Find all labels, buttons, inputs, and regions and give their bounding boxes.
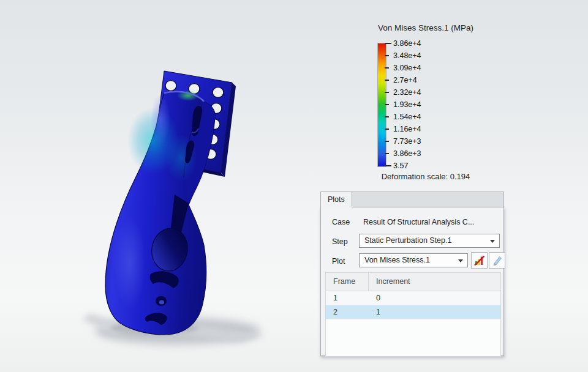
table-cell: 2 bbox=[326, 305, 369, 319]
application-window: { "viewport": { "background_top": "#e2e5… bbox=[0, 0, 588, 372]
chevron-down-icon bbox=[490, 240, 495, 243]
legend-tick-mark bbox=[385, 153, 389, 154]
tab-plots[interactable]: Plots bbox=[320, 192, 352, 207]
step-select-value: Static Perturbation Step.1 bbox=[364, 236, 451, 245]
legend-tick-label: 2.32e+4 bbox=[393, 87, 421, 97]
column-header-frame: Frame bbox=[326, 273, 369, 291]
table-cell: 1 bbox=[326, 291, 369, 305]
legend-tick-mark bbox=[385, 116, 389, 117]
legend-tick-label: 3.86e+3 bbox=[393, 149, 421, 158]
legend-tick-mark bbox=[385, 165, 391, 166]
legend-tick-label: 7.73e+3 bbox=[393, 136, 421, 146]
table-row[interactable]: 10 bbox=[326, 291, 500, 305]
case-value: Result Of Structural Analysis C... bbox=[363, 218, 474, 226]
legend-tick-mark bbox=[385, 141, 389, 142]
frame-table: Frame Increment 1021 bbox=[325, 272, 501, 357]
table-cell: 1 bbox=[369, 305, 380, 319]
legend-title: Von Mises Stress.1 (MPa) bbox=[364, 23, 487, 32]
legend-tick-mark bbox=[385, 128, 389, 130]
stress-legend: Von Mises Stress.1 (MPa) 3.86e+43.48e+43… bbox=[364, 23, 487, 184]
frame-table-header: Frame Increment bbox=[326, 273, 500, 291]
table-empty-area bbox=[326, 319, 500, 356]
lever-arm bbox=[105, 90, 215, 335]
pencil-icon bbox=[491, 255, 503, 267]
stress-model[interactable] bbox=[82, 71, 265, 344]
column-header-increment: Increment bbox=[369, 273, 410, 291]
legend-tick-label: 3.48e+4 bbox=[393, 51, 421, 61]
table-cell: 0 bbox=[369, 291, 380, 305]
legend-tick-label: 1.16e+4 bbox=[393, 124, 421, 134]
step-label: Step bbox=[332, 237, 348, 246]
legend-tick-mark bbox=[385, 43, 391, 44]
legend-tick-mark bbox=[385, 80, 389, 81]
chart-red-cross-icon bbox=[473, 255, 486, 267]
legend-tick-label: 2.7e+4 bbox=[393, 75, 417, 85]
legend-tick-mark bbox=[385, 104, 389, 105]
chevron-down-icon bbox=[458, 259, 463, 262]
frame-table-rows: 1021 bbox=[326, 291, 500, 319]
step-select[interactable]: Static Perturbation Step.1 bbox=[359, 234, 500, 248]
legend-tick-label: 3.57 bbox=[393, 161, 408, 171]
plots-panel-body: Case Result Of Structural Analysis C... … bbox=[320, 207, 504, 356]
legend-tick-label: 3.09e+4 bbox=[393, 63, 421, 73]
table-row[interactable]: 21 bbox=[326, 305, 500, 319]
case-label: Case bbox=[332, 218, 350, 226]
legend-tick-mark bbox=[385, 55, 389, 56]
plot-label: Plot bbox=[332, 257, 345, 266]
legend-tick-mark bbox=[385, 67, 389, 69]
deformation-scale-label: Deformation scale: 0.194 bbox=[364, 172, 487, 181]
legend-tick-label: 1.54e+4 bbox=[393, 112, 421, 122]
legend-tick-label: 1.93e+4 bbox=[393, 100, 421, 110]
toggle-plot-button[interactable] bbox=[471, 252, 488, 269]
legend-tick-mark bbox=[385, 92, 389, 93]
plot-select-value: Von Mises Stress.1 bbox=[364, 256, 430, 264]
legend-tick-label: 3.86e+4 bbox=[393, 39, 421, 48]
plot-select[interactable]: Von Mises Stress.1 bbox=[359, 253, 468, 267]
plots-panel: Plots Case Result Of Structural Analysis… bbox=[320, 192, 504, 356]
edit-plot-button[interactable] bbox=[489, 252, 505, 269]
